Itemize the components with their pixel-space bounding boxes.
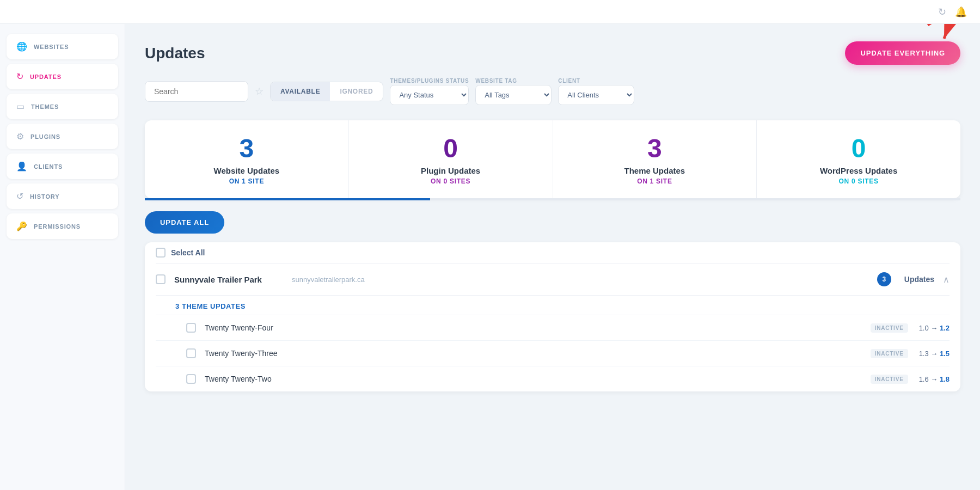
- svg-line-2: [928, 24, 952, 25]
- globe-icon: 🌐: [16, 41, 27, 52]
- sidebar-label-websites: WEBSITES: [34, 44, 69, 50]
- update-everything-container: UPDATE EVERYTHING: [845, 41, 960, 65]
- update-item-row-2: Twenty Twenty-Three INACTIVE 1.3 → 1.5: [156, 340, 950, 366]
- top-bar: ↻ 🔔: [0, 0, 980, 24]
- sidebar-item-permissions[interactable]: 🔑 PERMISSIONS: [7, 213, 118, 239]
- clients-icon: 👤: [16, 161, 27, 171]
- update-item-name-2: Twenty Twenty-Three: [205, 349, 871, 358]
- bell-icon[interactable]: 🔔: [955, 6, 967, 18]
- tabs-area: [145, 198, 960, 200]
- tag-select[interactable]: All Tags: [475, 85, 552, 105]
- stat-card-theme: 3 Theme Updates ON 1 SITE: [553, 120, 757, 198]
- site-name: Sunnyvale Trailer Park: [174, 275, 283, 284]
- status-select[interactable]: Any Status Available Ignored: [390, 85, 469, 105]
- theme-updates-label: 3 THEME UPDATES: [156, 296, 950, 315]
- search-input[interactable]: [145, 81, 248, 102]
- status-badge-1: INACTIVE: [871, 323, 908, 333]
- star-icon[interactable]: ☆: [255, 85, 264, 97]
- update-item-checkbox-1[interactable]: [186, 323, 196, 333]
- update-item-row-3: Twenty Twenty-Two INACTIVE 1.6 → 1.8: [156, 366, 950, 391]
- main-layout: 🌐 WEBSITES ↻ UPDATES ▭ THEMES ⚙ PLUGINS …: [0, 24, 980, 490]
- site-checkbox[interactable]: [156, 274, 166, 284]
- history-icon: ↺: [16, 191, 23, 201]
- sidebar-item-themes[interactable]: ▭ THEMES: [7, 94, 118, 119]
- stat-sub-website: ON 1 SITE: [156, 177, 338, 185]
- availability-toggle: AVAILABLE IGNORED: [270, 82, 383, 101]
- updates-icon: ↻: [16, 71, 23, 82]
- update-item-row-1: Twenty Twenty-Four INACTIVE 1.0 → 1.2: [156, 315, 950, 340]
- sidebar-item-websites[interactable]: 🌐 WEBSITES: [7, 34, 118, 59]
- main-content: Updates UPDATE EVERYTHING: [125, 24, 980, 490]
- page-title: Updates: [145, 45, 205, 62]
- stat-sub-theme: ON 1 SITE: [564, 177, 746, 185]
- stat-number-wordpress: 0: [768, 136, 950, 162]
- stat-card-plugin: 0 Plugin Updates ON 0 SITES: [349, 120, 553, 198]
- site-url: sunnyvaletrailerpark.ca: [292, 275, 868, 284]
- sidebar-label-plugins: PLUGINS: [30, 133, 60, 140]
- stat-label-website: Website Updates: [156, 166, 338, 175]
- sidebar-label-clients: CLIENTS: [34, 163, 63, 170]
- updates-badge: 3: [877, 272, 891, 286]
- sidebar-label-permissions: PERMISSIONS: [34, 223, 81, 230]
- client-select[interactable]: All Clients: [558, 85, 634, 105]
- version-text-3: 1.6 → 1.8: [919, 375, 950, 383]
- sidebar: 🌐 WEBSITES ↻ UPDATES ▭ THEMES ⚙ PLUGINS …: [0, 24, 125, 490]
- tab-available[interactable]: AVAILABLE: [271, 82, 330, 101]
- stat-label-plugin: Plugin Updates: [360, 166, 542, 175]
- select-all-row: Select All: [156, 242, 950, 264]
- stat-number-website: 3: [156, 136, 338, 162]
- refresh-icon[interactable]: ↻: [938, 6, 946, 18]
- stat-sub-wordpress: ON 0 SITES: [768, 177, 950, 185]
- status-filter-label: THEMES/PLUGINS STATUS: [390, 78, 469, 84]
- version-text-1: 1.0 → 1.2: [919, 324, 950, 332]
- select-all-checkbox[interactable]: [156, 248, 166, 258]
- update-item-checkbox-3[interactable]: [186, 374, 196, 384]
- tab-ignored[interactable]: IGNORED: [330, 82, 383, 101]
- version-new-3: 1.8: [940, 375, 950, 383]
- site-row: Sunnyvale Trailer Park sunnyvaletrailerp…: [156, 264, 950, 296]
- version-text-2: 1.3 → 1.5: [919, 350, 950, 358]
- client-filter-group: CLIENT All Clients: [558, 78, 634, 105]
- client-filter-label: CLIENT: [558, 78, 634, 84]
- themes-icon: ▭: [16, 101, 24, 112]
- stat-label-wordpress: WordPress Updates: [768, 166, 950, 175]
- sidebar-item-plugins[interactable]: ⚙ PLUGINS: [7, 124, 118, 149]
- stat-card-website: 3 Website Updates ON 1 SITE: [145, 120, 349, 198]
- list-section: Select All Sunnyvale Trailer Park sunnyv…: [145, 242, 960, 391]
- update-item-checkbox-2[interactable]: [186, 348, 196, 358]
- sidebar-item-updates[interactable]: ↻ UPDATES: [7, 64, 118, 89]
- updates-text: Updates: [904, 275, 934, 284]
- page-header: Updates UPDATE EVERYTHING: [145, 41, 960, 65]
- permissions-icon: 🔑: [16, 221, 27, 231]
- update-item-name-1: Twenty Twenty-Four: [205, 323, 871, 332]
- filters-row: ☆ AVAILABLE IGNORED THEMES/PLUGINS STATU…: [145, 78, 960, 105]
- sidebar-item-clients[interactable]: 👤 CLIENTS: [7, 154, 118, 179]
- status-filter-group: THEMES/PLUGINS STATUS Any Status Availab…: [390, 78, 469, 105]
- stat-sub-plugin: ON 0 SITES: [360, 177, 542, 185]
- stat-label-theme: Theme Updates: [564, 166, 746, 175]
- tag-filter-label: WEBSITE TAG: [475, 78, 552, 84]
- stat-number-plugin: 0: [360, 136, 542, 162]
- sidebar-label-updates: UPDATES: [30, 74, 62, 80]
- status-badge-2: INACTIVE: [871, 349, 908, 358]
- sidebar-label-history: HISTORY: [30, 193, 59, 200]
- version-new-1: 1.2: [940, 324, 950, 332]
- stats-row: 3 Website Updates ON 1 SITE 0 Plugin Upd…: [145, 120, 960, 198]
- tag-filter-group: WEBSITE TAG All Tags: [475, 78, 552, 105]
- stat-number-theme: 3: [564, 136, 746, 162]
- stat-card-wordpress: 0 WordPress Updates ON 0 SITES: [757, 120, 960, 198]
- chevron-up-icon[interactable]: ∧: [943, 274, 950, 285]
- sidebar-label-themes: THEMES: [31, 103, 59, 110]
- status-badge-3: INACTIVE: [871, 375, 908, 384]
- update-everything-button[interactable]: UPDATE EVERYTHING: [845, 41, 960, 65]
- tab-progress-bar: [145, 198, 960, 200]
- update-all-button[interactable]: UPDATE ALL: [145, 211, 224, 234]
- svg-line-1: [944, 24, 955, 39]
- sidebar-item-history[interactable]: ↺ HISTORY: [7, 183, 118, 209]
- update-item-name-3: Twenty Twenty-Two: [205, 375, 871, 383]
- select-all-label: Select All: [171, 248, 205, 257]
- plugins-icon: ⚙: [16, 131, 24, 142]
- version-new-2: 1.5: [940, 350, 950, 358]
